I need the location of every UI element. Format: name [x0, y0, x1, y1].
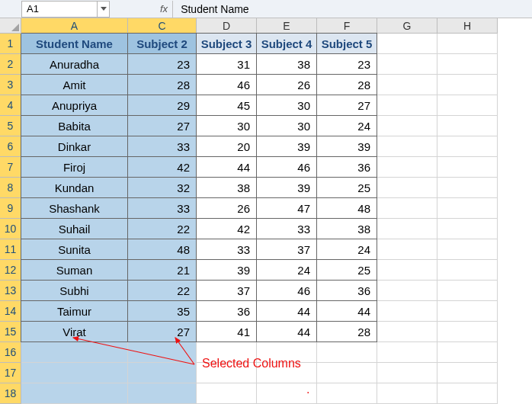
cell-A13[interactable]: Subhi [21, 280, 128, 301]
cell-G5[interactable] [377, 116, 437, 136]
cell-G18[interactable] [377, 383, 437, 404]
row-header-3[interactable]: 3 [0, 75, 21, 95]
cell-A14[interactable]: Taimur [21, 300, 128, 322]
cell-F16[interactable] [317, 342, 377, 363]
cell-E17[interactable] [257, 363, 317, 383]
cell-A15[interactable]: Virat [21, 321, 128, 342]
cell-G13[interactable] [377, 281, 437, 301]
row-header-6[interactable]: 6 [0, 136, 21, 157]
cell-D9[interactable]: 26 [196, 197, 257, 219]
cell-C10[interactable]: 22 [127, 218, 197, 239]
cell-F1[interactable]: Subject 5 [316, 33, 377, 54]
row-header-14[interactable]: 14 [0, 301, 21, 322]
cell-A11[interactable]: Sunita [21, 239, 128, 260]
col-header-e[interactable]: E [257, 18, 317, 34]
cell-E18[interactable] [257, 383, 317, 404]
cell-H12[interactable] [437, 260, 498, 281]
cell-D5[interactable]: 30 [196, 115, 257, 136]
cell-G10[interactable] [377, 219, 437, 239]
name-box[interactable]: A1 [21, 1, 98, 18]
cell-F10[interactable]: 38 [316, 218, 377, 239]
cell-D12[interactable]: 39 [196, 259, 257, 281]
cell-H9[interactable] [437, 198, 498, 219]
cell-E8[interactable]: 39 [256, 177, 317, 198]
cell-D18[interactable] [197, 383, 257, 404]
col-header-h[interactable]: H [437, 18, 498, 34]
cell-A18[interactable] [21, 383, 128, 404]
name-box-dropdown[interactable] [98, 1, 110, 18]
cell-D17[interactable] [197, 363, 257, 383]
row-header-18[interactable]: 18 [0, 383, 21, 404]
cell-C11[interactable]: 48 [127, 239, 197, 260]
cell-A6[interactable]: Dinkar [21, 136, 128, 157]
col-header-d[interactable]: D [197, 18, 257, 34]
cell-G7[interactable] [377, 157, 437, 178]
cell-G9[interactable] [377, 198, 437, 219]
cell-G2[interactable] [377, 54, 437, 75]
cell-H3[interactable] [437, 75, 498, 95]
row-header-2[interactable]: 2 [0, 54, 21, 75]
cell-D2[interactable]: 31 [196, 53, 257, 75]
cell-F14[interactable]: 44 [316, 300, 377, 322]
col-header-f[interactable]: F [317, 18, 377, 34]
cell-E16[interactable] [257, 342, 317, 363]
cell-H13[interactable] [437, 281, 498, 301]
cell-C14[interactable]: 35 [127, 300, 197, 322]
cell-E13[interactable]: 46 [256, 280, 317, 301]
row-header-11[interactable]: 11 [0, 239, 21, 260]
cell-C4[interactable]: 29 [127, 95, 197, 116]
cell-D3[interactable]: 46 [196, 74, 257, 95]
cell-A5[interactable]: Babita [21, 115, 128, 136]
cell-E3[interactable]: 26 [256, 74, 317, 95]
cell-E14[interactable]: 44 [256, 300, 317, 322]
cell-H18[interactable] [437, 383, 498, 404]
cell-D11[interactable]: 33 [196, 239, 257, 260]
fx-icon[interactable]: fx [155, 1, 173, 18]
cell-E7[interactable]: 46 [256, 156, 317, 178]
cell-E1[interactable]: Subject 4 [256, 33, 317, 54]
row-header-5[interactable]: 5 [0, 116, 21, 136]
row-header-15[interactable]: 15 [0, 322, 21, 342]
formula-bar-content[interactable]: Student Name [173, 3, 257, 15]
cell-C16[interactable] [128, 342, 197, 363]
row-header-9[interactable]: 9 [0, 198, 21, 219]
cell-F3[interactable]: 28 [316, 74, 377, 95]
cell-A2[interactable]: Anuradha [21, 53, 128, 75]
cell-H16[interactable] [437, 342, 498, 363]
cell-C8[interactable]: 32 [127, 177, 197, 198]
cell-A4[interactable]: Anupriya [21, 95, 128, 116]
cell-A16[interactable] [21, 342, 128, 363]
cell-C12[interactable]: 21 [127, 259, 197, 281]
cell-G14[interactable] [377, 301, 437, 322]
cell-D8[interactable]: 38 [196, 177, 257, 198]
cell-A3[interactable]: Amit [21, 74, 128, 95]
cell-H10[interactable] [437, 219, 498, 239]
cell-A8[interactable]: Kundan [21, 177, 128, 198]
cell-F9[interactable]: 48 [316, 197, 377, 219]
cell-G3[interactable] [377, 75, 437, 95]
row-header-13[interactable]: 13 [0, 281, 21, 301]
cell-H17[interactable] [437, 363, 498, 383]
cell-H2[interactable] [437, 54, 498, 75]
cell-F4[interactable]: 27 [316, 95, 377, 116]
col-header-c[interactable]: C [128, 18, 197, 34]
row-header-8[interactable]: 8 [0, 178, 21, 198]
col-header-g[interactable]: G [377, 18, 437, 34]
row-header-16[interactable]: 16 [0, 342, 21, 363]
cell-G8[interactable] [377, 178, 437, 198]
cell-F5[interactable]: 24 [316, 115, 377, 136]
cell-E9[interactable]: 47 [256, 197, 317, 219]
cell-C15[interactable]: 27 [127, 321, 197, 342]
cell-G17[interactable] [377, 363, 437, 383]
cell-E5[interactable]: 30 [256, 115, 317, 136]
col-header-a[interactable]: A [21, 18, 128, 34]
cell-C18[interactable] [128, 383, 197, 404]
cell-D4[interactable]: 45 [196, 95, 257, 116]
row-header-10[interactable]: 10 [0, 219, 21, 239]
cell-D16[interactable] [197, 342, 257, 363]
cell-E12[interactable]: 24 [256, 259, 317, 281]
cell-C3[interactable]: 28 [127, 74, 197, 95]
cell-A1[interactable]: Student Name [21, 33, 128, 54]
cell-E15[interactable]: 44 [256, 321, 317, 342]
cell-F8[interactable]: 25 [316, 177, 377, 198]
